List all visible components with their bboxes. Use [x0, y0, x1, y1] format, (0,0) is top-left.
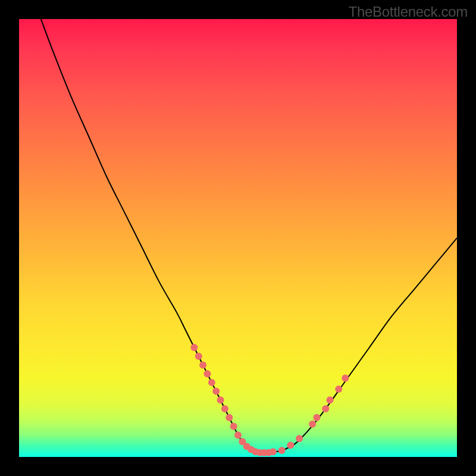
chart-marker — [296, 435, 303, 442]
chart-marker — [234, 431, 242, 439]
chart-marker — [221, 405, 228, 412]
chart-marker — [217, 396, 224, 403]
attribution-text: TheBottleneck.com — [349, 4, 468, 20]
chart-marker — [309, 421, 316, 428]
chart-marker — [342, 375, 349, 382]
chart-marker — [199, 361, 206, 368]
bottleneck-curve-line — [41, 19, 457, 453]
chart-marker — [270, 448, 277, 455]
chart-marker — [203, 370, 211, 377]
bottleneck-chart — [19, 19, 457, 457]
chart-marker — [287, 441, 294, 449]
chart-marker — [322, 405, 329, 412]
chart-marker — [230, 422, 237, 430]
chart-marker — [313, 414, 320, 421]
chart-gradient-background — [19, 19, 457, 457]
chart-marker — [212, 388, 220, 395]
chart-marker — [190, 344, 198, 351]
chart-marker — [278, 447, 286, 454]
chart-marker — [208, 379, 215, 386]
chart-marker — [327, 396, 334, 403]
chart-marker — [195, 353, 202, 360]
chart-marker — [226, 414, 233, 421]
chart-markers — [190, 344, 349, 456]
chart-marker — [335, 386, 342, 393]
